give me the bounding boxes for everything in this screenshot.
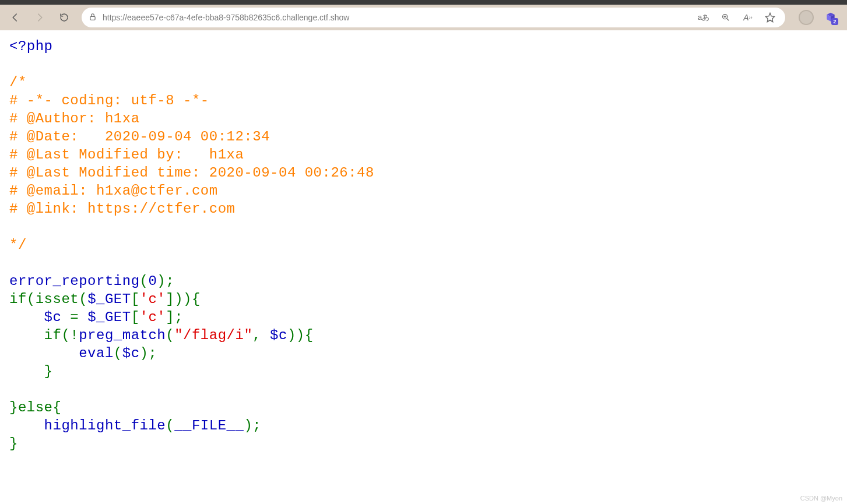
- svg-rect-0: [90, 16, 95, 20]
- refresh-button[interactable]: [54, 7, 75, 28]
- watermark: CSDN @Myon⁣: [800, 495, 842, 502]
- profile-button[interactable]: [795, 7, 818, 28]
- address-bar[interactable]: https://eaeee57e-c67a-4efe-bba8-9758b826…: [82, 8, 785, 27]
- back-button[interactable]: [5, 7, 26, 28]
- translate-icon[interactable]: aあ: [695, 9, 712, 26]
- favorite-icon[interactable]: [762, 9, 778, 26]
- browser-toolbar: https://eaeee57e-c67a-4efe-bba8-9758b826…: [0, 5, 847, 30]
- url-text: https://eaeee57e-c67a-4efe-bba8-9758b826…: [103, 13, 690, 22]
- extension-badge: 2: [831, 18, 838, 25]
- php-source: <?php /* # -*- coding: utf-8 -*- # @Auth…: [9, 37, 838, 453]
- comment-block: /* # -*- coding: utf-8 -*- # @Author: h1…: [9, 75, 374, 253]
- window-tabbar: [0, 0, 847, 5]
- toolbar-right: 2: [795, 7, 842, 28]
- lock-icon: [89, 13, 97, 23]
- php-open-tag: <?php: [9, 38, 53, 54]
- zoom-icon[interactable]: [718, 9, 734, 26]
- extension-button[interactable]: 2: [819, 7, 842, 28]
- fn-error-reporting: error_reporting: [9, 273, 140, 289]
- page-content: <?php /* # -*- coding: utf-8 -*- # @Auth…: [0, 30, 847, 453]
- read-aloud-icon[interactable]: A››: [740, 9, 756, 26]
- kw-else: }else{: [9, 400, 61, 415]
- profile-avatar-icon: [799, 10, 814, 25]
- forward-button[interactable]: [29, 7, 50, 28]
- extension-icon: 2: [824, 11, 837, 24]
- kw-if: if(isset(: [9, 291, 87, 307]
